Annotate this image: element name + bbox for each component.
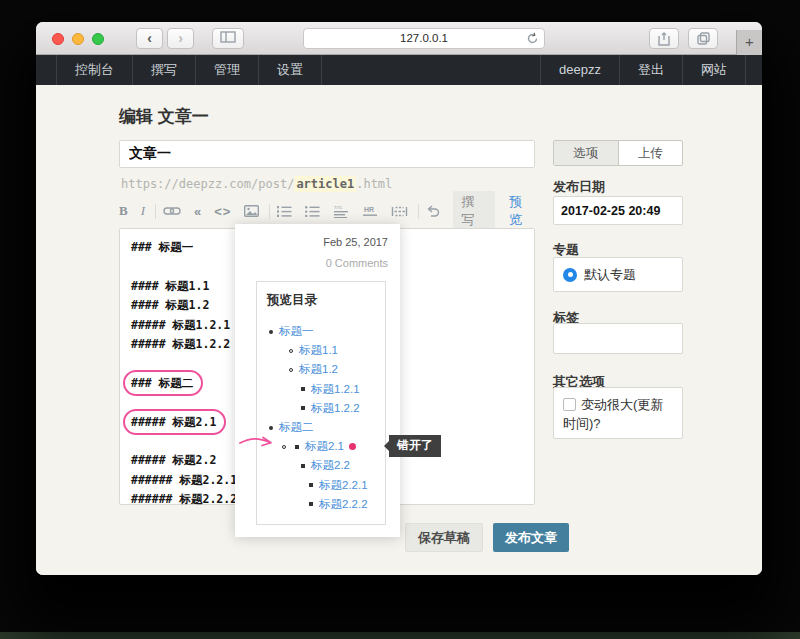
minimize-window-button[interactable] bbox=[72, 33, 84, 45]
page-break-button[interactable] bbox=[391, 205, 408, 218]
heading-icon: TITL bbox=[333, 205, 349, 218]
image-icon bbox=[244, 205, 259, 217]
major-change-label[interactable]: 变动很大(更新时间)? bbox=[563, 397, 663, 431]
bold-button[interactable]: B bbox=[119, 203, 128, 219]
svg-text:TITL: TITL bbox=[334, 205, 343, 210]
toc-link[interactable]: 标题1.2 bbox=[299, 362, 338, 377]
url-prefix: https://deepzz.com/post/ bbox=[121, 177, 294, 191]
toc-item: 标题二 bbox=[267, 418, 379, 437]
nav-item-settings[interactable]: 设置 bbox=[258, 55, 322, 85]
annotation-oval: ### 标题二 bbox=[131, 374, 193, 393]
disc-bullet-icon bbox=[269, 330, 273, 334]
post-title-input[interactable] bbox=[119, 140, 535, 168]
share-button[interactable] bbox=[649, 28, 679, 49]
back-button[interactable]: ‹ bbox=[136, 28, 163, 49]
nav-item-manage[interactable]: 管理 bbox=[195, 55, 258, 85]
close-window-button[interactable] bbox=[52, 33, 64, 45]
toc-link[interactable]: 标题2.2.1 bbox=[319, 478, 368, 493]
square-bullet-icon bbox=[309, 502, 313, 506]
toc-link[interactable]: 标题2.2 bbox=[311, 458, 350, 473]
tab-options[interactable]: 选项 bbox=[554, 141, 619, 165]
preview-popup: Feb 25, 2017 0 Comments 预览目录 标题一 标题1.1 标… bbox=[235, 224, 400, 537]
toc-link[interactable]: 标题1.2.2 bbox=[311, 401, 360, 416]
square-bullet-icon bbox=[301, 387, 305, 391]
publish-date-input[interactable] bbox=[553, 196, 683, 225]
editor-line-text: ### 标题二 bbox=[131, 376, 193, 390]
circle-bullet-icon bbox=[282, 445, 286, 449]
post-url: https://deepzz.com/post/article1.html bbox=[121, 177, 392, 191]
undo-icon bbox=[426, 205, 440, 217]
tab-overview-button[interactable] bbox=[688, 28, 718, 49]
toc-link[interactable]: 标题2.2.2 bbox=[319, 497, 368, 512]
toolbar-divider bbox=[269, 204, 270, 219]
square-bullet-icon bbox=[301, 406, 305, 410]
zoom-window-button[interactable] bbox=[92, 33, 104, 45]
square-bullet-icon bbox=[301, 464, 305, 468]
toc-item: 标题1.1 bbox=[267, 341, 379, 360]
url-suffix: .html bbox=[356, 177, 392, 191]
tabs-icon bbox=[697, 32, 710, 45]
other-options-box: 变动很大(更新时间)? bbox=[553, 387, 683, 439]
traffic-lights bbox=[52, 33, 104, 45]
topic-option-box: 默认专题 bbox=[553, 257, 683, 292]
nav-item-write[interactable]: 撰写 bbox=[132, 55, 195, 85]
nav-item-console[interactable]: 控制台 bbox=[56, 55, 132, 85]
ordered-list-button[interactable] bbox=[277, 205, 292, 218]
toc-link[interactable]: 标题一 bbox=[279, 324, 314, 339]
reload-icon[interactable] bbox=[526, 32, 539, 45]
address-bar[interactable]: 127.0.0.1 bbox=[303, 28, 545, 49]
toc-item: 标题2.2 bbox=[267, 456, 379, 475]
square-bullet-icon bbox=[295, 445, 299, 449]
tab-write-mode[interactable]: 撰写 bbox=[453, 191, 495, 231]
link-button[interactable] bbox=[163, 205, 181, 217]
sidebar-toggle-button[interactable] bbox=[212, 28, 244, 49]
preview-comments-count: 0 Comments bbox=[326, 257, 388, 269]
annotation-arrow-icon bbox=[239, 434, 279, 450]
page-break-icon bbox=[391, 205, 408, 218]
tags-input[interactable] bbox=[553, 323, 683, 354]
toc-link[interactable]: 标题1.2.1 bbox=[311, 382, 360, 397]
toc-link[interactable]: 标题2.1 bbox=[305, 439, 344, 454]
square-bullet-icon bbox=[309, 483, 313, 487]
undo-button[interactable] bbox=[426, 205, 440, 217]
code-button[interactable]: <> bbox=[214, 204, 231, 219]
image-button[interactable] bbox=[244, 205, 259, 217]
url-slug: article1 bbox=[294, 176, 356, 192]
svg-text:HR: HR bbox=[364, 206, 374, 213]
tab-upload[interactable]: 上传 bbox=[619, 141, 683, 165]
publish-button[interactable]: 发布文章 bbox=[493, 523, 569, 552]
toc-item: 标题1.2.2 bbox=[267, 399, 379, 418]
nav-item-website[interactable]: 网站 bbox=[682, 55, 746, 85]
editor-line-text: ##### 标题2.1 bbox=[131, 415, 216, 429]
link-icon bbox=[163, 205, 181, 217]
circle-bullet-icon bbox=[289, 368, 293, 372]
circle-bullet-icon bbox=[289, 349, 293, 353]
preview-toc: 预览目录 标题一 标题1.1 标题1.2 标题1.2.1 标题1.2.2 标题二… bbox=[256, 281, 386, 525]
heading-button[interactable]: TITL bbox=[333, 205, 349, 218]
desktop-background bbox=[0, 632, 800, 639]
toc-item: 标题1.2 bbox=[267, 360, 379, 379]
unordered-list-icon bbox=[305, 205, 320, 218]
url-text: 127.0.0.1 bbox=[400, 32, 448, 44]
forward-button[interactable]: › bbox=[167, 28, 194, 49]
annotation-oval: ##### 标题2.1 bbox=[131, 413, 216, 432]
major-change-checkbox[interactable] bbox=[563, 398, 576, 411]
share-icon bbox=[658, 32, 670, 46]
sidebar-icon bbox=[220, 31, 236, 43]
topic-option-label[interactable]: 默认专题 bbox=[584, 266, 636, 284]
unordered-list-button[interactable] bbox=[305, 205, 320, 218]
horizontal-rule-button[interactable]: HR bbox=[362, 205, 378, 218]
nav-item-username[interactable]: deepzz bbox=[540, 55, 619, 85]
nav-item-logout[interactable]: 登出 bbox=[619, 55, 682, 85]
toc-item: 标题一 bbox=[267, 322, 379, 341]
toc-link[interactable]: 标题1.1 bbox=[299, 343, 338, 358]
new-tab-button[interactable]: + bbox=[736, 30, 762, 55]
publish-date-label: 发布日期 bbox=[553, 178, 605, 196]
toc-title: 预览目录 bbox=[267, 292, 379, 309]
topic-radio-selected[interactable] bbox=[563, 268, 577, 282]
tab-preview-mode[interactable]: 预览 bbox=[509, 193, 535, 229]
blockquote-button[interactable]: « bbox=[194, 204, 201, 219]
italic-button[interactable]: I bbox=[141, 203, 145, 219]
save-draft-button[interactable]: 保存草稿 bbox=[405, 523, 483, 552]
toc-link[interactable]: 标题二 bbox=[279, 420, 314, 435]
